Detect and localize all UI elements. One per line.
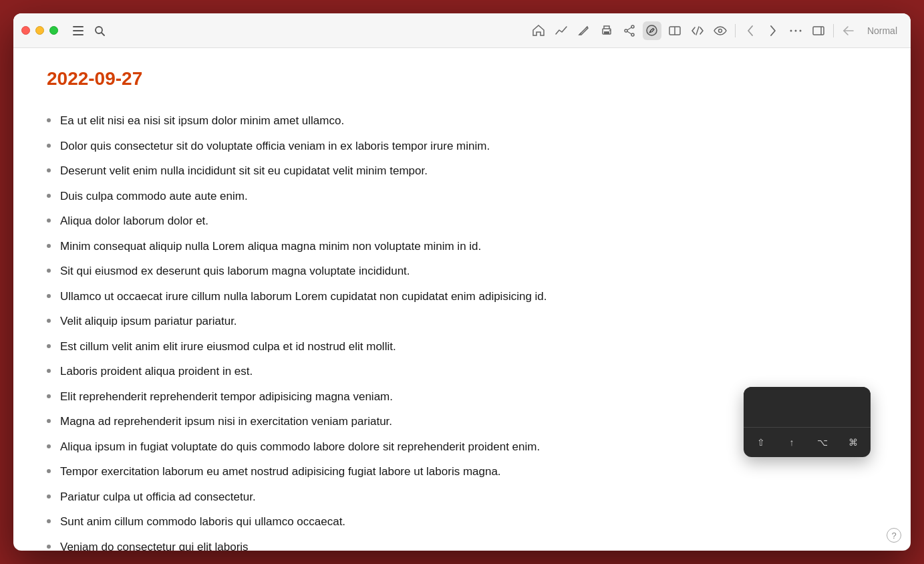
list-item: Laboris proident aliqua proident in est. [47,359,877,384]
floating-toolbar-preview [744,387,871,427]
list-item: Pariatur culpa ut officia ad consectetur… [47,484,877,510]
back-icon[interactable] [741,21,760,40]
list-item: Aliqua dolor laborum dolor et. [47,208,877,234]
list-item: Est cillum velit anim elit irure eiusmod… [47,334,877,360]
option-key-button[interactable]: ⌥ [808,430,837,454]
svg-point-20 [790,29,792,31]
list-item: Dolor quis consectetur sit do voluptate … [47,134,877,159]
bullet-dot-icon [47,194,51,198]
titlebar: Normal [13,13,911,48]
svg-point-22 [799,29,801,31]
more-options-icon[interactable] [786,21,805,40]
bullet-dot-icon [47,469,51,473]
floating-toolbar: ⇧ ↑ ⌥ ⌘ [744,387,871,457]
editor-content[interactable]: 2022-09-27 Ea ut elit nisi ea nisi sit i… [13,48,911,551]
bullet-text: Ullamco ut occaecat irure cillum nulla l… [60,288,877,305]
bullet-dot-icon [47,294,51,298]
bullet-text: Est cillum velit anim elit irure eiusmod… [60,338,877,356]
svg-point-21 [794,29,796,31]
right-toolbar: Normal [529,13,903,47]
bullet-list: Ea ut elit nisi ea nisi sit ipsum dolor … [47,108,877,551]
toolbar-divider-2 [833,24,834,37]
bullet-text: Aliqua dolor laborum dolor et. [60,213,877,230]
left-toolbar [69,21,109,40]
bullet-text: Ea ut elit nisi ea nisi sit ipsum dolor … [60,112,877,130]
list-item: Tempor exercitation laborum eu amet nost… [47,459,877,484]
forward-icon[interactable] [764,21,782,40]
pen-tool-icon[interactable] [575,21,593,40]
list-item: Duis culpa commodo aute aute enim. [47,184,877,209]
paragraph-style-label[interactable]: Normal [862,25,903,36]
svg-rect-2 [73,34,84,35]
print-icon[interactable] [597,21,616,40]
bullet-text: Deserunt velit enim nulla incididunt sit… [60,162,877,180]
svg-rect-8 [604,31,609,34]
svg-rect-1 [73,30,84,31]
bullet-dot-icon [47,269,51,273]
list-item: Veniam do consectetur qui elit laboris [47,535,877,551]
main-window: Normal 2022-09-27 Ea ut elit nisi ea nis… [13,13,911,551]
floating-toolbar-buttons: ⇧ ↑ ⌥ ⌘ [744,427,871,457]
svg-point-9 [609,30,611,31]
list-item: Ullamco ut occaecat irure cillum nulla l… [47,284,877,309]
help-button[interactable]: ? [887,528,901,543]
bullet-text: Velit aliquip ipsum pariatur pariatur. [60,313,877,330]
bullet-text: Dolor quis consectetur sit do voluptate … [60,138,877,155]
bullet-text: Minim consequat aliquip nulla Lorem aliq… [60,238,877,255]
bullet-text: Duis culpa commodo aute aute enim. [60,188,877,205]
bullet-text: Sit qui eiusmod ex deserunt quis laborum… [60,263,877,280]
bullet-dot-icon [47,168,51,172]
edit-pencil-icon[interactable] [643,21,661,40]
bullet-text: Veniam do consectetur qui elit laboris [60,539,877,551]
code-icon[interactable] [688,21,707,40]
svg-point-12 [625,29,627,32]
bullet-text: Pariatur culpa ut officia ad consectetur… [60,488,877,506]
bullet-text: Laboris proident aliqua proident in est. [60,363,877,380]
svg-point-19 [718,29,722,32]
analytics-icon[interactable] [552,21,571,40]
hamburger-menu-icon[interactable] [69,21,88,40]
split-view-icon[interactable] [665,21,684,40]
list-item: Minim consequat aliquip nulla Lorem aliq… [47,234,877,259]
up-arrow-button[interactable]: ↑ [777,430,806,454]
list-item: Deserunt velit enim nulla incididunt sit… [47,158,877,184]
bullet-dot-icon [47,495,51,499]
bullet-dot-icon [47,344,51,348]
bullet-dot-icon [47,394,51,398]
list-item: Sit qui eiusmod ex deserunt quis laborum… [47,259,877,284]
home-icon[interactable] [529,21,548,40]
svg-line-13 [627,27,631,30]
close-button[interactable] [21,26,30,35]
maximize-button[interactable] [49,26,58,35]
list-item: Ea ut elit nisi ea nisi sit ipsum dolor … [47,108,877,134]
bullet-dot-icon [47,419,51,423]
share-icon[interactable] [620,21,639,40]
list-item: Sunt anim cillum commodo laboris qui ull… [47,509,877,535]
search-icon[interactable] [90,21,109,40]
bullet-text: Sunt anim cillum commodo laboris qui ull… [60,513,877,531]
svg-line-5 [586,27,587,28]
svg-point-11 [631,33,634,36]
minimize-button[interactable] [35,26,44,35]
svg-line-14 [627,31,631,34]
shift-key-button[interactable]: ⇧ [746,430,776,454]
panel-toggle-icon[interactable] [809,21,828,40]
eye-icon[interactable] [711,21,730,40]
command-key-button[interactable]: ⌘ [838,430,868,454]
bullet-dot-icon [47,219,51,223]
bullet-dot-icon [47,244,51,248]
traffic-lights [21,26,58,35]
date-heading: 2022-09-27 [47,68,877,90]
toolbar-divider-1 [735,24,736,37]
bullet-dot-icon [47,144,51,148]
svg-rect-23 [813,27,824,35]
list-item: Velit aliquip ipsum pariatur pariatur. [47,309,877,334]
bullet-dot-icon [47,444,51,448]
bullet-dot-icon [47,545,51,549]
bullet-text: Tempor exercitation laborum eu amet nost… [60,463,877,480]
svg-rect-0 [73,26,84,27]
svg-line-4 [102,33,104,35]
bullet-dot-icon [47,118,51,122]
indent-back-icon[interactable] [839,21,858,40]
svg-line-18 [696,27,699,35]
